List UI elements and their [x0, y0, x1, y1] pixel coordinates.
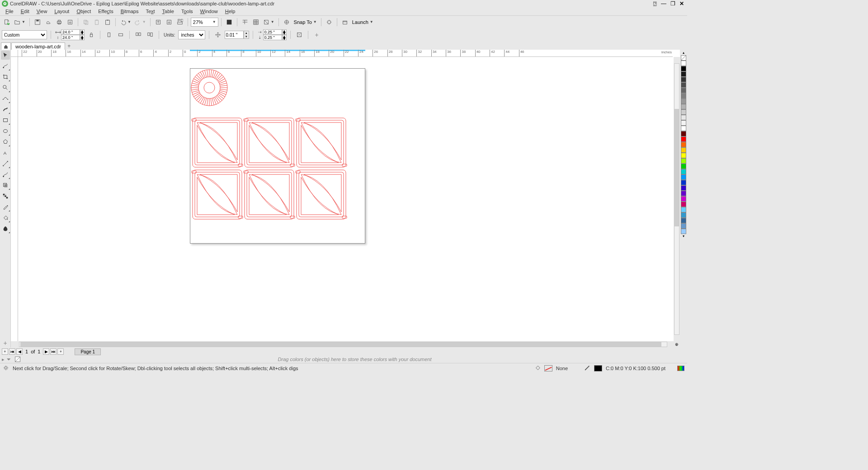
color-swatch[interactable] — [681, 131, 686, 136]
color-swatch[interactable] — [681, 66, 686, 71]
menu-tools[interactable]: Tools — [178, 8, 197, 14]
guides-button[interactable]: ▼ — [262, 18, 276, 27]
page-height-input[interactable] — [61, 35, 80, 40]
menu-edit[interactable]: Edit — [17, 8, 33, 14]
color-swatch[interactable] — [681, 164, 686, 169]
paste-button[interactable] — [92, 17, 102, 27]
menu-bitmaps[interactable]: Bitmaps — [117, 8, 142, 14]
current-page-button[interactable] — [145, 30, 155, 40]
rectangle-tool[interactable] — [1, 116, 10, 125]
lock-ratio-button[interactable] — [86, 30, 96, 40]
options-button[interactable] — [324, 17, 334, 27]
palette-expand-button[interactable]: ▸ — [2, 357, 5, 362]
color-proof-icon[interactable] — [677, 366, 684, 371]
menu-file[interactable]: File — [2, 8, 17, 14]
close-button[interactable]: ✕ — [678, 0, 685, 7]
all-pages-button[interactable] — [133, 30, 143, 40]
color-swatch[interactable] — [681, 147, 686, 153]
dimension-tool[interactable] — [1, 159, 10, 168]
drawing-area[interactable] — [18, 57, 674, 341]
page-prev-button[interactable]: ◀ — [16, 348, 23, 355]
units-select[interactable]: inches — [178, 30, 205, 39]
snapto-dropdown[interactable]: Snap To▼ — [292, 18, 318, 27]
freehand-tool[interactable] — [1, 94, 10, 103]
text-tool[interactable]: A — [1, 148, 10, 157]
add-tab-button[interactable]: + — [66, 42, 73, 50]
pdf-button[interactable]: PDF — [175, 17, 185, 27]
fill-tool[interactable] — [1, 213, 10, 222]
import-button[interactable] — [153, 17, 163, 27]
menu-table[interactable]: Table — [159, 8, 178, 14]
shape-tool[interactable] — [1, 61, 10, 70]
minimize-button[interactable]: — — [660, 0, 667, 7]
menu-help[interactable]: Help — [222, 8, 239, 14]
menu-view[interactable]: View — [33, 8, 51, 14]
color-swatch[interactable] — [681, 153, 686, 158]
color-swatch[interactable] — [681, 120, 686, 126]
color-swatch[interactable] — [681, 212, 686, 218]
new-doc-button[interactable]: + — [2, 17, 12, 27]
snap-toggle[interactable] — [282, 17, 292, 27]
page-width-input[interactable] — [61, 29, 80, 35]
dupx-input[interactable] — [263, 29, 282, 35]
connector-tool[interactable] — [1, 170, 10, 179]
menu-object[interactable]: Object — [73, 8, 94, 14]
color-swatch[interactable] — [681, 223, 686, 229]
launch-icon[interactable] — [340, 17, 350, 27]
transparency-tool[interactable] — [1, 192, 10, 201]
color-swatch[interactable] — [681, 61, 686, 66]
zoom-select[interactable]: 27%▼ — [191, 18, 218, 27]
color-swatch[interactable] — [681, 99, 686, 104]
palette-down-button[interactable]: ▾ — [681, 234, 686, 239]
color-swatch[interactable] — [681, 229, 686, 234]
vertical-ruler[interactable] — [11, 57, 18, 341]
color-swatch[interactable] — [681, 202, 686, 207]
page-last-button[interactable]: ⏭ — [50, 348, 57, 355]
launch-dropdown[interactable]: Launch▼ — [351, 18, 375, 27]
export-button[interactable] — [65, 17, 75, 27]
page-add-before-button[interactable]: + — [2, 348, 8, 355]
horizontal-ruler[interactable]: 2220181614121086420246810121416182022242… — [18, 50, 673, 57]
color-swatch[interactable] — [681, 115, 686, 120]
help-icon[interactable]: ⍰ — [651, 0, 658, 7]
color-swatch[interactable] — [681, 93, 686, 99]
vertical-scrollbar[interactable] — [674, 57, 680, 341]
page-preset-select[interactable]: Custom — [2, 30, 47, 39]
toolbox-add-button[interactable]: + — [1, 338, 10, 348]
color-swatch[interactable] — [681, 207, 686, 212]
drop-shadow-tool[interactable] — [1, 181, 10, 190]
copy-button[interactable] — [81, 17, 91, 27]
palette-up-button[interactable]: ▴ — [681, 51, 686, 55]
page-add-after-button[interactable]: + — [57, 348, 64, 355]
color-swatch[interactable] — [681, 71, 686, 77]
pick-tool[interactable] — [1, 51, 10, 60]
color-swatch[interactable] — [681, 191, 686, 196]
artistic-media-tool[interactable] — [1, 105, 10, 114]
color-swatch[interactable] — [681, 158, 686, 164]
welcome-tab[interactable] — [1, 42, 11, 50]
document-tab[interactable]: wooden-lamp-art.cdr — [11, 42, 65, 50]
grid-button[interactable] — [240, 17, 250, 27]
export2-button[interactable] — [164, 17, 174, 27]
print-button[interactable] — [54, 17, 64, 27]
zoom-tool[interactable] — [1, 83, 10, 92]
color-swatch[interactable] — [681, 82, 686, 88]
color-swatch[interactable] — [681, 174, 686, 180]
menu-text[interactable]: Text — [142, 8, 158, 14]
menu-layout[interactable]: Layout — [51, 8, 73, 14]
outline-swatch[interactable] — [594, 365, 602, 371]
color-swatch[interactable] — [681, 126, 686, 131]
color-swatch[interactable] — [681, 196, 686, 202]
snap-options-button[interactable] — [294, 30, 304, 40]
color-swatch[interactable] — [681, 169, 686, 174]
zoom-fit-button[interactable]: ⊕ — [674, 342, 680, 347]
no-color-swatch[interactable] — [681, 55, 686, 61]
crop-tool[interactable] — [1, 72, 10, 81]
add-button[interactable]: + — [312, 30, 322, 40]
color-swatch[interactable] — [681, 88, 686, 93]
dupy-input[interactable] — [263, 35, 282, 40]
status-gear-icon[interactable] — [3, 365, 9, 372]
page-next-button[interactable]: ▶ — [43, 348, 49, 355]
height-spinner[interactable]: ▴▾ — [80, 35, 85, 40]
color-swatch[interactable] — [681, 136, 686, 142]
